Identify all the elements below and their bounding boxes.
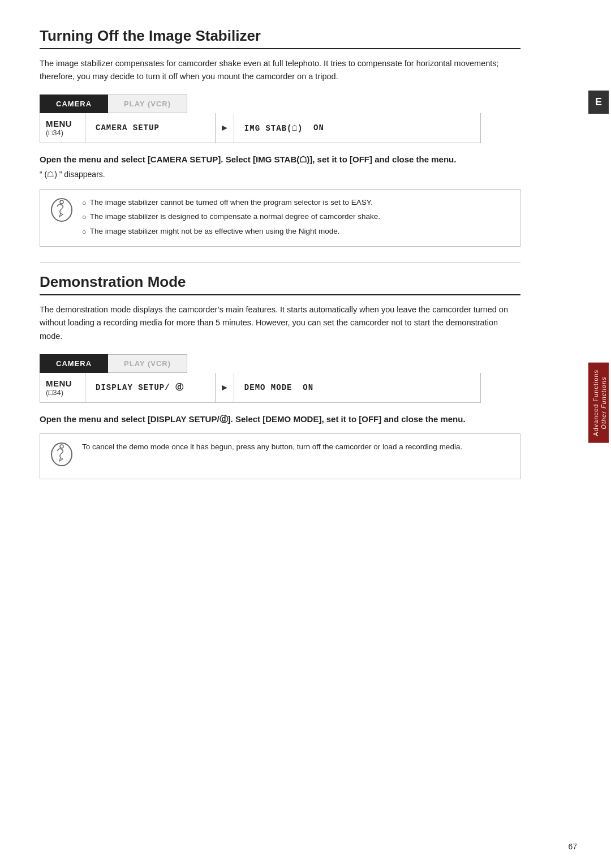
note-text-1-1: The image stabilizer is designed to comp… [90,210,380,223]
note-icon-1 [49,197,74,227]
menu-label-2: MENU (□34) [40,373,85,402]
section1-description: The image stabilizer compensates for cam… [40,57,520,83]
menu-arrow-2: ► [216,373,234,402]
menu-label-1: MENU (□34) [40,113,85,143]
menu-result-1: IMG STAB(☖) ON [234,113,480,143]
note-item-2-0: To cancel the demo mode once it has begu… [82,441,462,453]
tab-camera-2[interactable]: CAMERA [40,354,108,373]
menu-result-value-1: ON [313,123,324,132]
menu-result-item-1: IMG STAB(☖) [244,123,303,133]
menu-keyword-2: MENU [46,379,77,388]
menu-page-1: (□34) [46,128,77,137]
tab-play-2[interactable]: PLAY (VCR) [108,354,187,373]
menu-item-2: DISPLAY SETUP/ ⓓ [85,373,216,402]
note-text-1-0: The image stabilizer cannot be turned of… [90,196,373,209]
note-item-1-2: ○ The image stabilizer might not be as e… [82,225,380,238]
tab-bar-2: CAMERA PLAY (VCR) [40,354,283,373]
note-box-1: ○ The image stabilizer cannot be turned … [40,189,520,247]
note-icon-2 [49,442,74,472]
note-item-1-0: ○ The image stabilizer cannot be turned … [82,196,380,209]
section-divider [40,263,520,263]
svg-point-3 [60,445,63,448]
svg-point-0 [51,199,72,221]
svg-point-2 [51,443,72,466]
tab-bar-1: CAMERA PLAY (VCR) [40,94,283,113]
bullet-1-0: ○ [82,197,87,209]
page-number: 67 [568,842,577,851]
menu-page-2: (□34) [46,388,77,397]
sidebar-e-label: E [588,91,609,114]
menu-result-item-2: DEMO MODE [244,383,292,392]
tab-camera-1[interactable]: CAMERA [40,94,108,113]
section2-step-heading: Open the menu and select [DISPLAY SETUP/… [40,413,520,426]
section1-title: Turning Off the Image Stabilizer [40,27,520,49]
note-text-1-2: The image stabilizer might not be as eff… [90,225,340,238]
menu-row-1: MENU (□34) CAMERA SETUP ► IMG STAB(☖) ON [40,113,481,143]
section1-step-heading: Open the menu and select [CAMERA SETUP].… [40,153,520,166]
menu-row-2: MENU (□34) DISPLAY SETUP/ ⓓ ► DEMO MODE … [40,373,481,403]
note-box-2: To cancel the demo mode once it has begu… [40,433,520,479]
tab-play-1[interactable]: PLAY (VCR) [108,94,187,113]
sidebar-functions-label: Advanced Functions Other Functions [588,363,609,443]
menu-result-2: DEMO MODE ON [234,373,480,402]
bullet-1-2: ○ [82,226,87,238]
section1-step-sub: “ (☖) ” disappears. [40,170,520,179]
section2-description: The demonstration mode displays the camc… [40,303,520,343]
svg-point-1 [60,200,63,204]
menu-keyword-1: MENU [46,119,77,128]
note-item-1-1: ○ The image stabilizer is designed to co… [82,210,380,223]
right-sidebar: E Advanced Functions Other Functions [586,0,611,868]
section2-title: Demonstration Mode [40,273,520,295]
menu-arrow-1: ► [216,113,234,143]
bullet-1-1: ○ [82,211,87,223]
menu-result-value-2: ON [303,383,313,392]
note-text-2-0: To cancel the demo mode once it has begu… [82,441,462,453]
note-content-2: To cancel the demo mode once it has begu… [82,441,462,455]
menu-item-1: CAMERA SETUP [85,113,216,143]
note-content-1: ○ The image stabilizer cannot be turned … [82,196,380,239]
